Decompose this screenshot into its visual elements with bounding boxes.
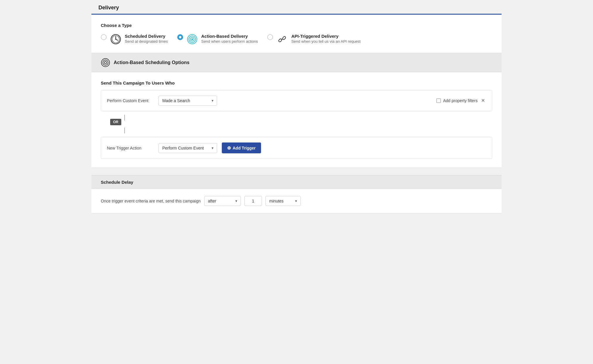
new-trigger-container: New Trigger Action Perform Custom Event … <box>101 137 492 159</box>
action-based-scheduling-icon <box>101 58 110 67</box>
svg-point-8 <box>191 38 193 40</box>
event-select-wrapper: Made a Search Performed Purchase Viewed … <box>159 96 217 106</box>
scheduled-delivery-desc: Send at designated times <box>125 39 168 44</box>
add-property-label: Add property filters <box>443 98 478 103</box>
scheduled-delivery-name: Scheduled Delivery <box>125 34 168 39</box>
unit-select-wrapper: minutes hours days weeks <box>265 196 301 206</box>
add-trigger-label: Add Trigger <box>233 146 256 150</box>
scheduled-delivery-icon <box>110 34 121 45</box>
delivery-type-section: Choose a Type Scheduled Delivery Send at… <box>91 15 502 53</box>
add-property-section: Add property filters ✕ <box>436 97 486 104</box>
first-trigger-row: Perform Custom Event Made a Search Perfo… <box>101 90 492 111</box>
delivery-types-row: Scheduled Delivery Send at designated ti… <box>101 34 492 45</box>
schedule-delay-header: Schedule Delay <box>91 175 502 189</box>
add-trigger-icon: ⊕ <box>227 145 231 151</box>
new-trigger-select-wrapper: Perform Custom Event Made a Purchase Sta… <box>159 143 217 153</box>
action-based-icon <box>187 34 198 45</box>
action-based-desc: Send when users perform actions <box>201 39 258 44</box>
after-select-wrapper: after immediately before <box>204 196 241 206</box>
perform-custom-event-label: Perform Custom Event <box>107 98 154 103</box>
remove-trigger-button[interactable]: ✕ <box>480 97 486 104</box>
action-based-text: Action-Based Delivery Send when users pe… <box>201 34 258 44</box>
api-triggered-icon <box>277 34 288 45</box>
action-based-scheduling-header: Action-Based Scheduling Options <box>91 53 502 72</box>
or-badge-row: OR <box>101 119 492 124</box>
action-based-radio[interactable] <box>177 34 183 40</box>
schedule-delay-wrapper: Schedule Delay Once trigger event criter… <box>91 167 502 213</box>
svg-point-4 <box>115 39 116 40</box>
delay-value-input[interactable] <box>244 196 262 206</box>
scheduled-delivery-text: Scheduled Delivery Send at designated ti… <box>125 34 168 44</box>
new-trigger-action-label: New Trigger Action <box>107 146 154 150</box>
unit-select[interactable]: minutes hours days weeks <box>265 196 301 206</box>
add-property-checkbox[interactable] <box>436 98 441 103</box>
api-triggered-text: API-Triggered Delivery Send when you tel… <box>291 34 360 44</box>
page-title: Delivery <box>98 5 495 11</box>
api-triggered-radio[interactable] <box>267 34 273 40</box>
schedule-delay-body: Once trigger event criteria are met, sen… <box>91 189 502 213</box>
add-trigger-button[interactable]: ⊕ Add Trigger <box>222 142 261 153</box>
connector-line-top <box>124 115 125 121</box>
api-triggered-desc: Send when you tell us via an API request <box>291 39 360 44</box>
svg-point-13 <box>103 60 108 65</box>
api-triggered-option[interactable]: API-Triggered Delivery Send when you tel… <box>267 34 360 45</box>
api-triggered-name: API-Triggered Delivery <box>291 34 360 39</box>
page-container: Delivery Choose a Type Scheduled Deliver… <box>91 0 502 213</box>
scheduled-delivery-option[interactable]: Scheduled Delivery Send at designated ti… <box>101 34 168 45</box>
action-based-scheduling-title: Action-Based Scheduling Options <box>114 60 190 65</box>
scheduled-radio[interactable] <box>101 34 107 40</box>
action-based-option[interactable]: Action-Based Delivery Send when users pe… <box>177 34 258 45</box>
connector-line-bottom <box>124 128 125 133</box>
campaign-label: Send This Campaign To Users Who <box>101 80 492 85</box>
new-trigger-row: New Trigger Action Perform Custom Event … <box>101 137 492 159</box>
or-connector-bottom <box>101 124 492 137</box>
first-trigger-container: Perform Custom Event Made a Search Perfo… <box>101 90 492 111</box>
after-select[interactable]: after immediately before <box>204 196 241 206</box>
or-badge: OR <box>110 119 121 125</box>
header-bar: Delivery <box>91 0 502 15</box>
action-based-name: Action-Based Delivery <box>201 34 258 39</box>
event-select[interactable]: Made a Search Performed Purchase Viewed … <box>159 96 217 106</box>
svg-point-14 <box>104 61 107 64</box>
new-trigger-select[interactable]: Perform Custom Event Made a Purchase Sta… <box>159 143 217 153</box>
campaign-section: Send This Campaign To Users Who Perform … <box>91 72 502 167</box>
choose-type-label: Choose a Type <box>101 23 492 28</box>
delay-description: Once trigger event criteria are met, sen… <box>101 199 201 203</box>
